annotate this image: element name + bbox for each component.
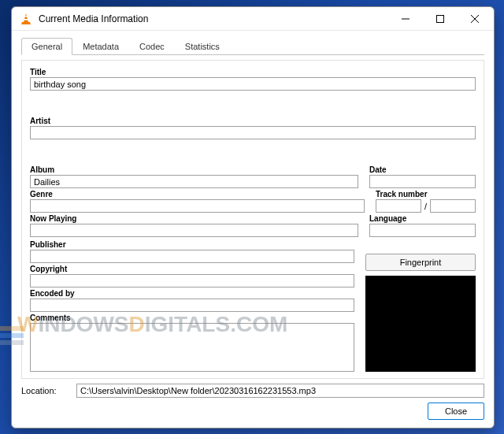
track-slash: / bbox=[424, 202, 427, 211]
tab-codec[interactable]: Codec bbox=[129, 38, 175, 55]
window-title: Current Media Information bbox=[39, 13, 388, 24]
nowplaying-input[interactable] bbox=[30, 224, 358, 237]
tab-general[interactable]: General bbox=[21, 38, 72, 55]
close-button[interactable]: Close bbox=[428, 402, 484, 420]
svg-rect-2 bbox=[24, 19, 29, 20]
genre-input[interactable] bbox=[30, 199, 365, 213]
date-input[interactable] bbox=[369, 175, 476, 188]
comments-input[interactable] bbox=[30, 323, 354, 372]
title-input[interactable] bbox=[30, 77, 476, 91]
svg-rect-1 bbox=[24, 16, 28, 17]
svg-marker-3 bbox=[21, 22, 31, 24]
svg-rect-5 bbox=[437, 15, 444, 22]
location-label: Location: bbox=[21, 386, 69, 395]
language-label: Language bbox=[369, 213, 476, 224]
comments-label: Comments bbox=[30, 313, 354, 323]
publisher-label: Publisher bbox=[30, 239, 354, 250]
vlc-cone-icon bbox=[20, 13, 32, 25]
track-a-input[interactable] bbox=[376, 199, 421, 213]
maximize-button[interactable] bbox=[423, 8, 458, 30]
media-info-window: Current Media Information General Metada… bbox=[11, 6, 495, 428]
tab-row: General Metadata Codec Statistics bbox=[21, 37, 484, 55]
content-area: General Metadata Codec Statistics Title … bbox=[12, 31, 494, 428]
encodedby-input[interactable] bbox=[30, 299, 354, 312]
album-input[interactable] bbox=[30, 175, 358, 188]
artist-label: Artist bbox=[30, 116, 476, 126]
album-label: Album bbox=[30, 165, 358, 175]
tracknum-label: Track number bbox=[376, 189, 476, 199]
minimize-button[interactable] bbox=[388, 8, 423, 30]
publisher-input[interactable] bbox=[30, 250, 354, 263]
location-row: Location: bbox=[21, 379, 484, 398]
encodedby-label: Encoded by bbox=[30, 288, 354, 299]
window-close-button[interactable] bbox=[458, 8, 492, 30]
location-input[interactable] bbox=[76, 384, 484, 398]
svg-marker-0 bbox=[24, 13, 28, 22]
fingerprint-button[interactable]: Fingerprint bbox=[365, 254, 476, 271]
language-input[interactable] bbox=[369, 224, 476, 237]
album-art-preview bbox=[365, 276, 476, 372]
tab-metadata[interactable]: Metadata bbox=[72, 38, 129, 55]
title-label: Title bbox=[30, 67, 476, 77]
artist-input[interactable] bbox=[30, 126, 476, 139]
nowplaying-label: Now Playing bbox=[30, 213, 358, 224]
date-label: Date bbox=[369, 165, 476, 175]
track-b-input[interactable] bbox=[430, 199, 476, 213]
copyright-input[interactable] bbox=[30, 274, 354, 287]
tab-statistics[interactable]: Statistics bbox=[175, 38, 230, 55]
titlebar: Current Media Information bbox=[12, 7, 494, 31]
copyright-label: Copyright bbox=[30, 264, 354, 274]
genre-label: Genre bbox=[30, 189, 365, 199]
general-panel: Title Artist Album Date Genre bbox=[21, 60, 484, 379]
